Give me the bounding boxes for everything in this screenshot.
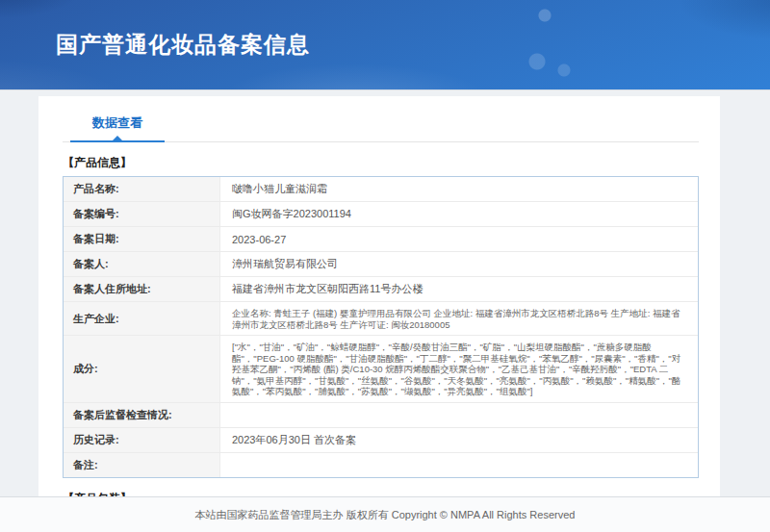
row-label: 产品名称: xyxy=(64,177,220,201)
tab-bar: 数据查看 xyxy=(63,106,699,142)
table-row-ingredients: 成分: ["水"，"甘油"，"矿油"，"鲸蜡硬脂醇"，"辛酸/癸酸甘油三酯"，"… xyxy=(64,336,698,403)
table-row-filing-date: 备案日期: 2023-06-27 xyxy=(64,227,698,252)
row-label: 历史记录: xyxy=(64,428,220,452)
row-label: 备注: xyxy=(64,453,220,477)
row-label: 备案人住所地址: xyxy=(64,277,220,301)
section-title-product-info: 【产品信息】 xyxy=(63,155,699,171)
row-value xyxy=(220,453,698,477)
table-row-manufacturer: 生产企业: 企业名称: 青蛙王子 (福建) 婴童护理用品有限公司 企业地址: 福… xyxy=(64,302,698,336)
row-label: 备案日期: xyxy=(64,227,220,251)
row-label: 备案编号: xyxy=(64,202,220,226)
row-value: 2023-06-27 xyxy=(220,227,698,251)
table-row-product-name: 产品名称: 啵噜小猫儿童滋润霜 xyxy=(64,177,698,202)
page-header-banner: 国产普通化妆品备案信息 xyxy=(0,0,770,90)
row-value: 啵噜小猫儿童滋润霜 xyxy=(220,177,698,201)
row-value: 企业名称: 青蛙王子 (福建) 婴童护理用品有限公司 企业地址: 福建省漳州市龙… xyxy=(220,302,698,335)
row-label: 成分: xyxy=(64,336,220,402)
row-value xyxy=(220,403,698,427)
row-value: 福建省漳州市龙文区朝阳西路11号办公楼 xyxy=(220,277,698,301)
row-value: 闽G妆网备字2023001194 xyxy=(220,202,698,226)
table-row-filing-number: 备案编号: 闽G妆网备字2023001194 xyxy=(64,202,698,227)
main-area: 数据查看 【产品信息】 产品名称: 啵噜小猫儿童滋润霜 备案编号: 闽G妆网备字… xyxy=(0,90,770,496)
row-label: 生产企业: xyxy=(64,302,220,335)
page-footer: 本站由国家药品监督管理局主办 版权所有 Copyright © NMPA All… xyxy=(0,496,770,532)
row-value: ["水"，"甘油"，"矿油"，"鲸蜡硬脂醇"，"辛酸/癸酸甘油三酯"，"矿脂"，… xyxy=(220,336,698,402)
row-label: 备案人: xyxy=(64,252,220,276)
footer-copyright-text: 本站由国家药品监督管理局主办 版权所有 Copyright © NMPA All… xyxy=(195,508,576,522)
row-value: 漳州瑞航贸易有限公司 xyxy=(220,252,698,276)
page-title: 国产普通化妆品备案信息 xyxy=(56,30,310,60)
section-title-packaging: 【产品包装】 xyxy=(63,491,699,497)
table-row-history: 历史记录: 2023年06月30日 首次备案 xyxy=(64,428,698,453)
row-label: 备案后监督检查情况: xyxy=(64,403,220,427)
table-row-filer: 备案人: 漳州瑞航贸易有限公司 xyxy=(64,252,698,277)
row-value: 2023年06月30日 首次备案 xyxy=(220,428,698,452)
page: 国产普通化妆品备案信息 数据查看 【产品信息】 产品名称: 啵噜小猫儿童滋润霜 … xyxy=(0,0,770,532)
content-card: 数据查看 【产品信息】 产品名称: 啵噜小猫儿童滋润霜 备案编号: 闽G妆网备字… xyxy=(38,96,720,496)
tab-data-view[interactable]: 数据查看 xyxy=(70,114,165,142)
product-info-table: 产品名称: 啵噜小猫儿童滋润霜 备案编号: 闽G妆网备字2023001194 备… xyxy=(63,176,699,478)
table-row-supervision: 备案后监督检查情况: xyxy=(64,403,698,428)
table-row-remarks: 备注: xyxy=(64,453,698,477)
table-row-filer-address: 备案人住所地址: 福建省漳州市龙文区朝阳西路11号办公楼 xyxy=(64,277,698,302)
